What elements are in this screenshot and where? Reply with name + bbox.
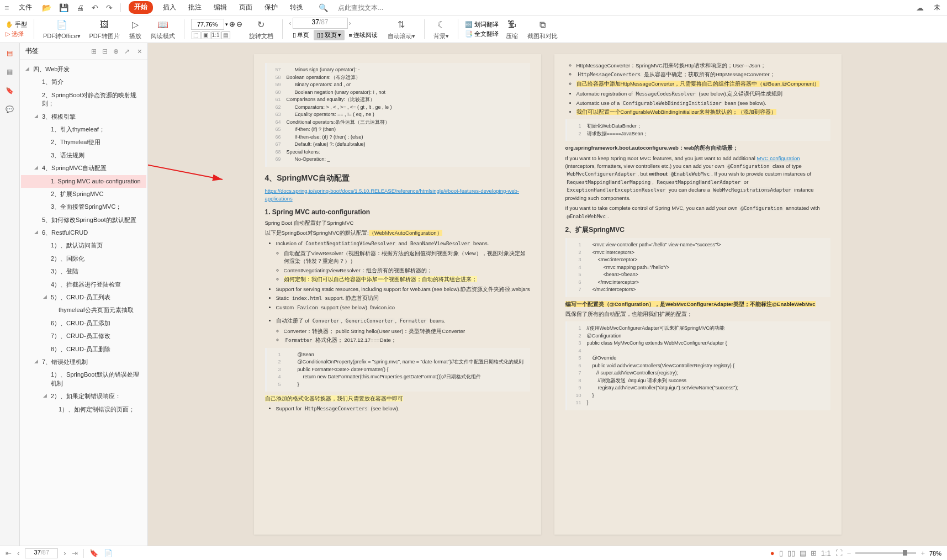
- bm-collapse-icon[interactable]: ⊟: [102, 47, 108, 55]
- bookmark-item[interactable]: 2）、国际化: [21, 252, 146, 265]
- mvc-config-link[interactable]: MVC configuration: [756, 155, 800, 161]
- page-last-icon[interactable]: ⇥: [72, 549, 78, 557]
- play-button[interactable]: ▷播放: [126, 18, 144, 40]
- menu-page[interactable]: 页面: [237, 2, 255, 13]
- bookmark-item[interactable]: 8）、CRUD-员工删除: [21, 343, 146, 356]
- sb-layout1-icon[interactable]: ▯: [779, 549, 783, 557]
- attachments-icon[interactable]: 🔖: [4, 85, 15, 96]
- menu-protect[interactable]: 保护: [262, 2, 280, 13]
- thumbnails-icon[interactable]: ▦: [4, 66, 15, 77]
- sb-layout4-icon[interactable]: ⊞: [811, 549, 817, 557]
- search-input[interactable]: [336, 3, 391, 13]
- zoom-in-icon[interactable]: ⊕: [229, 20, 235, 28]
- pdf-to-office[interactable]: 📄PDF转Office▾: [41, 18, 83, 40]
- continuous-button[interactable]: ≡ 连续阅读: [346, 30, 381, 40]
- docs-link[interactable]: https://docs.spring.io/spring-boot/docs/…: [265, 188, 519, 202]
- auto-scroll[interactable]: ⇅自动滚动▾: [385, 18, 417, 40]
- single-page-button[interactable]: ▯ 单页: [289, 30, 313, 40]
- read-mode[interactable]: 📖阅读模式: [149, 18, 177, 40]
- menu-hamburger-icon[interactable]: ≡: [4, 3, 9, 12]
- comments-icon[interactable]: 💬: [4, 104, 15, 115]
- bookmark-item[interactable]: 5、如何修改SpringBoot的默认配置: [21, 214, 146, 226]
- menu-file[interactable]: 文件: [17, 2, 34, 13]
- sb-page-icon[interactable]: 📄: [104, 549, 113, 557]
- bookmark-item[interactable]: ◢4、SpringMVC自动配置: [21, 162, 146, 175]
- screenshot-compare[interactable]: ⧉截图和对比: [525, 18, 560, 40]
- rotate-button[interactable]: ↻旋转文档: [247, 18, 276, 40]
- bm-close-icon[interactable]: ×: [137, 47, 142, 56]
- bookmark-item[interactable]: 1、简介: [21, 76, 146, 88]
- bookmark-item[interactable]: 2、Thymeleaf使用: [21, 136, 146, 149]
- zoom-out-icon[interactable]: ⊖: [236, 20, 242, 28]
- full-translate[interactable]: 📑 全文翻译: [465, 30, 499, 38]
- bookmark-item[interactable]: 3、语法规则: [21, 149, 146, 162]
- bookmark-item[interactable]: 4）、拦截器进行登陆检查: [21, 278, 146, 291]
- background-button[interactable]: ☾背景▾: [431, 18, 451, 40]
- sb-minus-icon[interactable]: −: [847, 549, 851, 557]
- bm-expand-icon[interactable]: ⊞: [91, 47, 97, 55]
- hand-tool[interactable]: ✋ 手型: [6, 20, 27, 29]
- save-icon[interactable]: 💾: [59, 3, 68, 12]
- fit-page-icon[interactable]: ▣: [202, 31, 210, 39]
- menu-annotate[interactable]: 批注: [186, 2, 204, 13]
- redo-icon[interactable]: ↷: [106, 3, 113, 12]
- bookmark-item[interactable]: ◢6、RestfulCRUD: [21, 226, 146, 239]
- zoom-slider[interactable]: [855, 552, 916, 554]
- pdf-to-image[interactable]: 🖼PDF转图片: [87, 18, 122, 40]
- bookmark-item[interactable]: ◢3、模板引擎: [21, 110, 146, 123]
- bookmark-item[interactable]: 2、SpringBoot对静态资源的映射规则；: [21, 89, 146, 110]
- word-translate[interactable]: 🔤 划词翻译: [465, 20, 499, 29]
- print-icon[interactable]: 🖨: [76, 3, 84, 12]
- sb-record-icon[interactable]: ●: [770, 549, 775, 557]
- double-page-button[interactable]: ▯▯ 双页▾: [314, 30, 345, 40]
- compress-button[interactable]: 🗜压缩: [503, 18, 521, 40]
- page-prev-icon[interactable]: ‹: [289, 19, 292, 27]
- menu-convert[interactable]: 转换: [288, 2, 305, 13]
- page-prev-nav-icon[interactable]: ‹: [17, 549, 19, 557]
- bookmark-title: 书签: [25, 46, 86, 56]
- bookmark-item[interactable]: 1）、如何定制错误的页面；: [21, 403, 146, 416]
- sb-zoom-fit-icon[interactable]: 1:1: [821, 549, 831, 557]
- bookmark-item[interactable]: 1. Spring MVC auto-configuration: [21, 175, 146, 188]
- view-mode-icon[interactable]: ▤: [221, 31, 230, 39]
- page-number-input[interactable]: 37/87: [293, 18, 348, 29]
- bookmark-item[interactable]: 1）、SpringBoot默认的错误处理机制: [21, 368, 146, 390]
- sb-fullscreen-icon[interactable]: ⛶: [835, 549, 843, 557]
- page-first-icon[interactable]: ⇤: [6, 549, 12, 557]
- search-icon[interactable]: 🔍: [319, 3, 328, 12]
- bookmark-item[interactable]: thymeleaf公共页面元素抽取: [21, 304, 146, 316]
- bm-add-icon[interactable]: ⊕: [113, 47, 119, 55]
- bookmark-item[interactable]: 7）、CRUD-员工修改: [21, 330, 146, 342]
- bookmark-item[interactable]: 3）、登陆: [21, 265, 146, 278]
- bookmark-item[interactable]: ◢2）、如果定制错误响应：: [21, 390, 146, 403]
- bm-export-icon[interactable]: ↗: [124, 47, 130, 55]
- bookmark-item[interactable]: ◢5）、CRUD-员工列表: [21, 291, 146, 304]
- open-icon[interactable]: 📂: [42, 3, 51, 12]
- bookmark-item[interactable]: 1、引入thymeleaf；: [21, 123, 146, 136]
- zoom-dropdown-icon[interactable]: ▾: [225, 22, 228, 27]
- page-next-nav-icon[interactable]: ›: [64, 549, 66, 557]
- menu-insert[interactable]: 插入: [161, 2, 178, 13]
- sb-bookmark-icon[interactable]: 🔖: [89, 549, 98, 557]
- bookmark-item[interactable]: 1）、默认访问首页: [21, 239, 146, 252]
- bookmark-item[interactable]: ◢7、错误处理机制: [21, 356, 146, 368]
- menu-edit[interactable]: 编辑: [211, 2, 229, 13]
- zoom-input[interactable]: [191, 19, 224, 30]
- fit-width-icon[interactable]: ⬚: [192, 31, 200, 39]
- bookmark-item[interactable]: 3、全面接管SpringMVC；: [21, 200, 146, 213]
- menu-start[interactable]: 开始: [129, 1, 153, 14]
- sb-layout3-icon[interactable]: ▤: [800, 549, 806, 557]
- bookmark-item[interactable]: 6）、CRUD-员工添加: [21, 317, 146, 330]
- fit-actual-icon[interactable]: 1:1: [211, 31, 220, 39]
- bookmarks-icon[interactable]: ▤: [4, 47, 15, 59]
- bookmark-item[interactable]: 2、扩展SpringMVC: [21, 188, 146, 200]
- select-tool[interactable]: ▷ 选择: [6, 30, 27, 38]
- bookmark-item[interactable]: ◢四、Web开发: [21, 63, 146, 76]
- sb-plus-icon[interactable]: +: [920, 549, 925, 557]
- sb-layout2-icon[interactable]: ▯▯: [787, 549, 795, 557]
- cloud-icon[interactable]: ☁: [916, 3, 924, 12]
- document-viewport[interactable]: 57 Minus sign (unary operator): -58Boole…: [148, 43, 947, 546]
- page-next-icon[interactable]: ›: [349, 19, 351, 27]
- undo-icon[interactable]: ↶: [92, 3, 98, 12]
- sb-page-input[interactable]: 37/87: [25, 548, 58, 558]
